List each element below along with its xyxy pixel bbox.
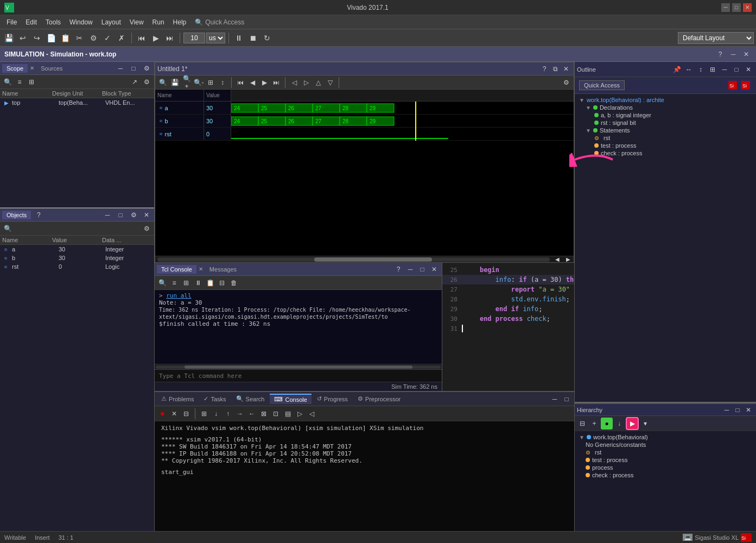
sim-minimize-button[interactable]: ─ [728,49,739,60]
hier-root[interactable]: ▼ work.top(Behavioral) [577,433,754,441]
wf-last-btn[interactable]: ⏭ [271,77,282,88]
console-btn10[interactable]: ◁ [306,408,317,419]
outline-rst-signal[interactable]: rst : signal bit [577,119,754,127]
minimize-button[interactable]: ─ [721,3,730,12]
tab-messages[interactable]: Messages [205,265,241,274]
menu-window[interactable]: Window [65,17,97,27]
obj-row-rst[interactable]: ≈ rst 0 Logic [0,262,154,271]
wf-next-btn[interactable]: ▶ [259,77,270,88]
tcl-delete-btn[interactable]: 🗑 [228,277,239,288]
stop-simulation-btn[interactable]: ■ [157,408,168,419]
outline-stmt-test[interactable]: test : process [577,142,754,149]
hier-close-btn[interactable]: ✕ [743,405,754,415]
tab-sources[interactable]: Sources [36,64,67,73]
scope-settings-btn[interactable]: ⚙ [141,63,152,74]
tcl-help-btn[interactable]: ? [393,264,404,275]
time-input[interactable] [183,33,205,43]
sim-close-button[interactable]: ✕ [741,49,752,60]
wf-cursor-btn[interactable]: ↕ [217,77,228,88]
sim-help-button[interactable]: ? [715,49,726,60]
pause-button[interactable]: ⏸ [232,31,245,45]
wf-zoom-out-btn[interactable]: 🔍- [193,77,204,88]
scope-row-top[interactable]: ▶ top top(Beha... VHDL En... [0,98,154,107]
outline-close-btn[interactable]: ✕ [743,64,754,75]
wf-close-btn[interactable]: ✕ [561,64,571,74]
outline-maximize-btn[interactable]: □ [731,64,742,75]
outline-minimize-btn[interactable]: ─ [719,64,730,75]
hier-minimize-btn[interactable]: ─ [721,405,732,415]
run-button[interactable]: ▶ [149,31,162,45]
code-content[interactable]: 25 begin 26 info: if (a = 30) then 27 re… [442,263,574,391]
console-maximize-btn[interactable]: □ [561,394,572,405]
tab-tcl[interactable]: Tcl Console [157,265,196,274]
tab-problems[interactable]: ⚠ Problems [157,394,198,403]
console-btn9[interactable]: ▷ [294,408,305,419]
hier-btn1[interactable]: ⊟ [577,418,588,429]
wf-scrollbar[interactable]: ◀ ▶ [155,256,574,262]
wf-left-btn[interactable]: ◁ [289,77,300,88]
wf-right-btn[interactable]: ▷ [301,77,312,88]
tcl-expand-btn[interactable]: ⊞ [181,277,192,288]
tcl-copy-btn[interactable]: 📋 [205,277,215,288]
scope-minimize-btn[interactable]: ─ [115,63,126,74]
objects-minimize-btn[interactable]: ─ [102,210,113,220]
quick-access-btn[interactable]: Quick Access [579,80,625,90]
menu-layout[interactable]: Layout [97,17,125,27]
wf-save-btn[interactable]: 💾 [169,77,180,88]
tcl-minimize-btn[interactable]: ─ [405,264,416,275]
outline-sort-btn[interactable]: ↕ [695,64,706,75]
tcl-hscrollbar[interactable] [155,364,442,369]
outline-sigasi-btn2[interactable]: Si [740,79,752,91]
time-unit-select[interactable]: us ns ps [206,33,225,43]
tcl-run-all-link[interactable]: run all [166,292,191,299]
tcl-input[interactable] [159,372,437,380]
console-cancel-btn[interactable]: ✕ [169,408,180,419]
tcl-maximize-btn[interactable]: □ [417,264,428,275]
objects-settings-btn[interactable]: ⚙ [128,210,139,220]
obj-row-b[interactable]: ≈ b 30 Integer [0,254,154,262]
console-btn5[interactable]: ← [246,408,257,419]
console-clear-btn[interactable]: ⊟ [181,408,192,419]
step-forward-button[interactable]: ⏭ [163,31,176,45]
hier-dropdown-btn[interactable]: ▾ [640,418,651,429]
save-button[interactable]: 💾 [2,31,15,45]
tcl-close-btn[interactable]: ✕ [429,264,440,275]
wf-prev-btn[interactable]: ◀ [247,77,258,88]
console-btn7[interactable]: ⊡ [270,408,281,419]
console-btn1[interactable]: ⊞ [199,408,209,419]
outline-group-btn[interactable]: ⊞ [707,64,718,75]
wf-settings-btn[interactable]: ⚙ [561,77,571,88]
wf-zoom-in-btn[interactable]: 🔍+ [181,77,192,88]
wf-first-btn[interactable]: ⏮ [235,77,246,88]
tab-search[interactable]: 🔍 Search [232,394,269,403]
tab-tasks[interactable]: ✓ Tasks [199,394,230,403]
menu-run[interactable]: Run [148,17,169,27]
menu-edit[interactable]: Edit [21,17,41,27]
compile-button[interactable]: 📄 [45,31,58,45]
outline-pin-btn[interactable]: 📌 [671,64,682,75]
restore-button[interactable]: □ [732,3,741,12]
hierarchy-run-button[interactable]: ▶ [626,417,639,430]
wf-up-btn[interactable]: △ [313,77,323,88]
check-button[interactable]: ✓ [101,31,114,45]
menu-tools[interactable]: Tools [41,17,65,27]
scope-collapse-btn[interactable]: ≡ [14,77,25,87]
outline-sigasi-btn1[interactable]: Si [727,79,739,91]
scope-maximize-btn[interactable]: □ [128,63,139,74]
tab-preprocessor[interactable]: ⚙ Preprocessor [353,394,405,403]
scope-expand-btn[interactable]: ⊞ [26,77,37,87]
hier-rst[interactable]: ⚙ rst [577,449,754,456]
outline-stmt-check[interactable]: check : process [577,149,754,157]
cross-button[interactable]: ✗ [115,31,128,45]
tcl-filter-btn[interactable]: ⊟ [217,277,227,288]
wf-fit-btn[interactable]: ⊞ [205,77,216,88]
hier-check-process[interactable]: check : process [577,471,754,479]
obj-settings-btn[interactable]: ⚙ [141,223,152,234]
scope-search-btn[interactable]: 🔍 [2,77,13,87]
tcl-pause-btn[interactable]: ⏸ [193,277,204,288]
scope-config-btn[interactable]: ⚙ [141,77,152,87]
layout-select[interactable]: Default Layout [678,32,754,44]
obj-search-btn[interactable]: 🔍 [2,223,13,234]
redo-button[interactable]: ↪ [30,31,43,45]
stop-button[interactable]: ⏹ [246,31,259,45]
